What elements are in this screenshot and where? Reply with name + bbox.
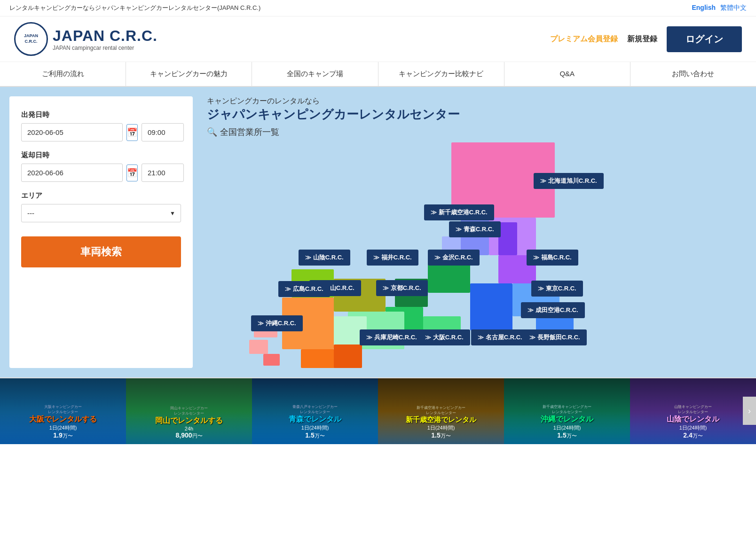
- loc-hiroshima[interactable]: 広島C.R.C.: [278, 281, 330, 297]
- banner-container: 大阪キャンピングカーレンタルセンター 大阪でレンタルする 1日(24時間)1.9…: [0, 377, 756, 444]
- lang-chinese[interactable]: 繁體中文: [720, 4, 747, 12]
- banner-okinawa[interactable]: 新千歳空港キャンピングカーレンタルセンター 沖縄でレンタル 1日(24時間)1.…: [504, 378, 630, 444]
- banner-osaka-title: 大阪でレンタルする: [2, 415, 124, 424]
- nav-item-compare[interactable]: キャンピングカー比較ナビ: [378, 62, 504, 86]
- main-content: 出発日時 📅 返却日時 📅 エリア --- ▼ 車両検索 キャンピングカーのレン…: [0, 87, 756, 377]
- banner-aomori[interactable]: 青森八戸キャンピングカーレンタルセンター 青森でレンタル 1日(24時間)1.5…: [252, 378, 378, 444]
- top-bar: レンタルキャンピングカーならジャパンキャンピングカーレンタルセンター(JAPAN…: [0, 0, 756, 16]
- banner-osaka-price: 1日(24時間)1.9万〜: [2, 424, 124, 439]
- loc-okinawa[interactable]: 沖縄C.R.C.: [251, 315, 303, 331]
- banner-okayama-title: 岡山でレンタルする: [128, 416, 250, 426]
- banner-shin-chitose[interactable]: 新千歳空港キャンピングカーレンタルセンター 新千歳空港でレンタル 1日(24時間…: [378, 378, 504, 444]
- departure-time-input[interactable]: [142, 123, 184, 141]
- map-heading: キャンピングカーのレンタルなら ジャパンキャンピングカーレンタルセンター 🔍 全…: [207, 96, 747, 138]
- logo-circle: JAPAN C.R.C.: [14, 22, 48, 56]
- logo-text: JAPAN C.R.C. JAPAN campingcar rental cen…: [53, 27, 158, 51]
- return-date-input[interactable]: [21, 164, 123, 182]
- loc-osaka[interactable]: 大阪C.R.C.: [418, 329, 470, 345]
- svg-rect-19: [263, 354, 280, 366]
- map-title: ジャパンキャンピングカーレンタルセンター: [207, 106, 747, 123]
- departure-row: 📅: [21, 123, 181, 141]
- loc-shin-chitose[interactable]: 新千歳空港C.R.C.: [424, 204, 494, 220]
- area-select[interactable]: ---: [21, 204, 181, 222]
- lang-english[interactable]: English: [692, 4, 716, 12]
- departure-date-input[interactable]: [21, 123, 123, 141]
- loc-hyogo-amagasaki[interactable]: 兵庫尼崎C.R.C.: [360, 329, 424, 345]
- loc-tokyo[interactable]: 東京C.R.C.: [531, 281, 583, 297]
- language-switcher: English 繁體中文: [692, 4, 747, 12]
- departure-label: 出発日時: [21, 110, 181, 119]
- header: JAPAN C.R.C. JAPAN C.R.C. JAPAN campingc…: [0, 16, 756, 62]
- banner-sanin-title: 山陰でレンタル: [632, 415, 754, 424]
- banner-osaka[interactable]: 大阪キャンピングカーレンタルセンター 大阪でレンタルする 1日(24時間)1.9…: [0, 378, 126, 444]
- loc-fukushima[interactable]: 福島C.R.C.: [527, 250, 578, 266]
- locations-label-text: 全国営業所一覧: [220, 126, 279, 138]
- banner-aomori-title: 青森でレンタル: [254, 415, 376, 424]
- banner-aomori-price: 1日(24時間)1.5万〜: [254, 424, 376, 439]
- brand-subtitle: JAPAN campingcar rental center: [53, 45, 158, 51]
- banner-okayama-price: 24h8,900円〜: [128, 426, 250, 439]
- logo-area: JAPAN C.R.C. JAPAN C.R.C. JAPAN campingc…: [14, 22, 158, 56]
- nav-item-flow[interactable]: ご利用の流れ: [0, 62, 126, 86]
- carousel-arrow-right[interactable]: ›: [743, 397, 756, 425]
- banner-area: 大阪キャンピングカーレンタルセンター 大阪でレンタルする 1日(24時間)1.9…: [0, 377, 756, 444]
- japan-map: 北海道旭川C.R.C. 新千歳空港C.R.C. 青森C.R.C. 福島C.R.C…: [207, 142, 616, 368]
- loc-fukui[interactable]: 福井C.R.C.: [367, 250, 418, 266]
- map-subtitle: キャンピングカーのレンタルなら: [207, 96, 747, 106]
- svg-rect-15: [301, 349, 339, 368]
- return-calendar-icon[interactable]: 📅: [126, 164, 138, 181]
- header-nav: プレミアム会員登録 新規登録 ログイン: [550, 26, 742, 52]
- loc-sanin[interactable]: 山陰C.R.C.: [299, 250, 350, 266]
- svg-rect-16: [334, 344, 362, 368]
- nav-item-contact[interactable]: お問い合わせ: [630, 62, 756, 86]
- loc-nagano-iida[interactable]: 長野飯田C.R.C.: [523, 329, 587, 345]
- svg-rect-5: [470, 283, 512, 330]
- departure-calendar-icon[interactable]: 📅: [126, 124, 138, 141]
- locations-label: 🔍 全国営業所一覧: [207, 126, 747, 138]
- loc-kyoto[interactable]: 京都C.R.C.: [376, 280, 428, 296]
- loc-hokkaido-asahikawa[interactable]: 北海道旭川C.R.C.: [534, 173, 604, 189]
- main-nav: ご利用の流れ キャンピングカーの魅力 全国のキャンプ場 キャンピングカー比較ナビ…: [0, 62, 756, 87]
- area-label: エリア: [21, 191, 181, 200]
- loc-nagoya[interactable]: 名古屋C.R.C.: [471, 329, 529, 345]
- return-row: 📅: [21, 164, 181, 182]
- nav-item-charm[interactable]: キャンピングカーの魅力: [126, 62, 252, 86]
- banner-okinawa-price: 1日(24時間)1.5万〜: [506, 424, 628, 439]
- search-panel: 出発日時 📅 返却日時 📅 エリア --- ▼ 車両検索: [9, 96, 193, 368]
- banner-okayama[interactable]: 岡山キャンピングカーレンタルセンター 岡山でレンタルする 24h8,900円〜: [126, 378, 252, 444]
- banner-sapporo-price: 1日(24時間)1.5万〜: [380, 424, 502, 439]
- svg-rect-22: [498, 222, 517, 255]
- loc-narita[interactable]: 成田空港C.R.C.: [521, 302, 585, 318]
- logo-circle-line1: JAPAN: [24, 33, 38, 39]
- top-bar-title: レンタルキャンピングカーならジャパンキャンピングカーレンタルセンター(JAPAN…: [9, 4, 260, 12]
- loc-aomori[interactable]: 青森C.R.C.: [449, 221, 501, 237]
- svg-rect-18: [249, 340, 268, 354]
- banner-sanin-price: 1日(24時間)2.4万〜: [632, 424, 754, 439]
- brand-name: JAPAN C.R.C.: [53, 27, 158, 45]
- return-time-input[interactable]: [142, 164, 184, 182]
- return-label: 返却日時: [21, 151, 181, 160]
- logo-circle-line2: C.R.C.: [25, 39, 38, 45]
- loc-kanazawa[interactable]: 金沢C.R.C.: [428, 250, 480, 266]
- nav-item-campsite[interactable]: 全国のキャンプ場: [252, 62, 378, 86]
- premium-register-button[interactable]: プレミアム会員登録: [550, 34, 618, 44]
- login-button[interactable]: ログイン: [667, 26, 742, 52]
- map-area: キャンピングカーのレンタルなら ジャパンキャンピングカーレンタルセンター 🔍 全…: [202, 87, 756, 377]
- area-select-wrapper: --- ▼: [21, 204, 181, 222]
- banner-okinawa-title: 沖縄でレンタル: [506, 415, 628, 424]
- banner-sanin[interactable]: 山陰キャンピングカーレンタルセンター 山陰でレンタル 1日(24時間)2.4万〜: [630, 378, 756, 444]
- register-button[interactable]: 新規登録: [627, 34, 657, 44]
- map-search-icon: 🔍: [207, 127, 217, 137]
- banner-sapporo-title: 新千歳空港でレンタル: [380, 415, 502, 424]
- search-button[interactable]: 車両検索: [21, 236, 181, 267]
- nav-item-qa[interactable]: Q&A: [504, 62, 630, 86]
